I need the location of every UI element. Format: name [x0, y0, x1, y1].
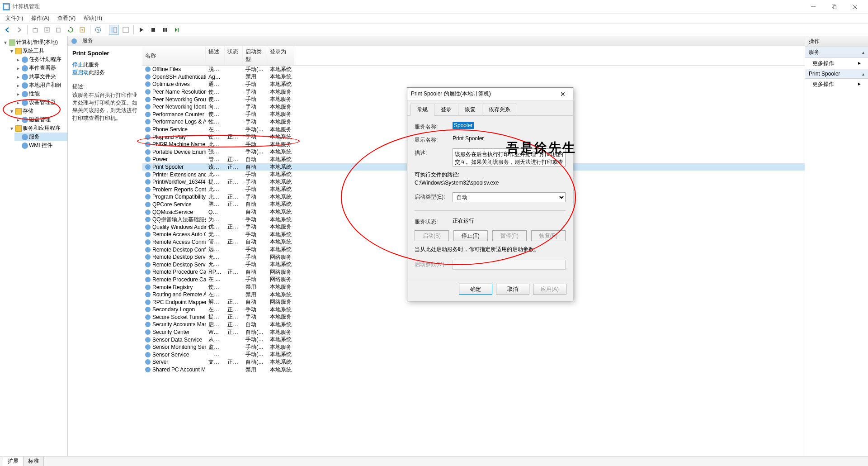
service-row[interactable]: Shared PC Account Mana…禁用本地系统	[142, 366, 805, 374]
ok-button[interactable]: 确定	[459, 284, 492, 295]
list-header[interactable]: 名称 描述 状态 启动类型 登录为	[142, 46, 805, 66]
gear-icon	[145, 67, 151, 72]
view-detail-icon[interactable]	[109, 25, 119, 35]
resume-button: 恢复(R)	[531, 230, 566, 241]
tree-item[interactable]: ▸磁盘管理	[14, 115, 67, 124]
gear-icon	[145, 179, 151, 185]
tree-item[interactable]: ▸设备管理器	[14, 98, 67, 107]
center-title: 服务	[80, 37, 93, 45]
stop-service-icon[interactable]	[148, 25, 158, 35]
gear-icon	[145, 367, 151, 372]
dialog-titlebar[interactable]: Print Spooler 的属性(本地计算机) ✕	[407, 88, 573, 100]
service-row[interactable]: Secondary Logon在不…正在…手动本地系统	[142, 306, 805, 314]
col-logon[interactable]: 登录为	[267, 46, 294, 65]
tree-root[interactable]: ▾计算机管理(本地)	[2, 38, 67, 47]
minimize-button[interactable]	[803, 0, 824, 14]
description-box[interactable]: 该服务在后台执行打印作业并处理与打印机的交互。如果关闭该服务，则无法进行打印或查…	[453, 148, 566, 166]
gear-icon	[145, 269, 151, 275]
col-start[interactable]: 启动类型	[243, 46, 267, 65]
pause-service-icon[interactable]	[160, 25, 170, 35]
service-name-value[interactable]: Spooler	[453, 122, 474, 129]
actions-section-services[interactable]: 服务▴	[805, 47, 868, 58]
tree-item[interactable]: ▸任务计划程序	[14, 55, 67, 64]
help-icon[interactable]: ?	[93, 25, 103, 35]
service-row[interactable]: OpenSSH Authentication …Age…禁用本地系统	[142, 73, 805, 81]
start-service-icon[interactable]	[137, 25, 146, 35]
tree-item[interactable]: 服务	[14, 133, 67, 141]
dialog-title: Print Spooler 的属性(本地计算机)	[411, 90, 491, 98]
svg-text:?: ?	[97, 28, 99, 33]
dialog-close-icon[interactable]: ✕	[557, 90, 569, 98]
stop-link[interactable]: 停止	[72, 62, 83, 68]
service-row[interactable]: Sensor Monitoring Service监视…手动(触发…本地服务	[142, 343, 805, 351]
back-icon[interactable]	[3, 25, 13, 35]
navigation-tree[interactable]: ▾计算机管理(本地) ▾系统工具 ▸任务计划程序▸事件查看器▸共享文件夹▸本地用…	[0, 36, 68, 456]
actions-more-2[interactable]: 更多操作 ▸	[805, 79, 868, 90]
tab-logon[interactable]: 登录	[434, 104, 458, 116]
export-list-icon[interactable]	[77, 25, 87, 35]
cancel-button[interactable]: 取消	[496, 284, 529, 295]
export-icon[interactable]	[54, 25, 64, 35]
gear-icon	[145, 344, 151, 350]
gear-icon	[145, 247, 151, 252]
tab-recovery[interactable]: 恢复	[458, 104, 482, 116]
tree-item[interactable]: WMI 控件	[14, 141, 67, 150]
service-row[interactable]: Security CenterWSC…正在…自动(延迟…本地服务	[142, 328, 805, 336]
gear-icon	[145, 209, 151, 215]
col-name[interactable]: 名称	[142, 46, 206, 65]
actions-more-1[interactable]: 更多操作 ▸	[805, 58, 868, 69]
service-row[interactable]: Server支持…正在…自动(触发…本地系统	[142, 358, 805, 366]
tree-item[interactable]: ▸本地用户和组	[14, 81, 67, 90]
view-list-icon[interactable]	[121, 25, 131, 35]
stop-button[interactable]: 停止(T)	[453, 230, 488, 241]
gear-icon	[145, 239, 151, 245]
service-row[interactable]: Sensor Service一项…手动(触发…本地系统	[142, 351, 805, 359]
toolbar: ?	[0, 24, 868, 36]
up-icon[interactable]	[30, 25, 40, 35]
forward-icon[interactable]	[14, 25, 24, 35]
gear-icon	[145, 142, 151, 147]
svg-point-22	[71, 38, 77, 44]
svg-rect-17	[123, 27, 128, 33]
service-row[interactable]: Security Accounts Manag…启动…正在…自动本地系统	[142, 321, 805, 328]
tab-extended[interactable]: 扩展	[3, 456, 24, 466]
restart-service-icon[interactable]	[172, 25, 182, 35]
refresh-icon[interactable]	[66, 25, 75, 35]
tab-general[interactable]: 常规	[410, 104, 434, 116]
gear-icon	[145, 81, 151, 87]
gear-icon	[145, 112, 151, 117]
tree-item[interactable]: ▸性能	[14, 90, 67, 98]
menu-action[interactable]: 操作(A)	[28, 14, 53, 23]
tree-item[interactable]: ▸事件查看器	[14, 64, 67, 72]
gear-icon	[145, 262, 151, 267]
menu-view[interactable]: 查看(V)	[54, 14, 79, 23]
start-button: 启动(S)	[415, 230, 449, 241]
gear-icon	[145, 359, 151, 365]
tree-services-apps[interactable]: ▾服务和应用程序	[8, 124, 67, 133]
tree-system-tools[interactable]: ▾系统工具	[8, 47, 67, 55]
startup-type-select[interactable]: 自动	[453, 192, 566, 202]
tab-standard[interactable]: 标准	[23, 456, 44, 466]
pause-button: 暂停(P)	[492, 230, 527, 241]
gear-icon	[145, 285, 151, 290]
menu-help[interactable]: 帮助(H)	[80, 14, 106, 23]
col-status[interactable]: 状态	[225, 46, 243, 65]
col-desc[interactable]: 描述	[206, 46, 225, 65]
tree-item[interactable]: ▸共享文件夹	[14, 72, 67, 81]
restart-link[interactable]: 重启动	[72, 69, 89, 76]
service-row[interactable]: Sensor Data Service从各…手动(触发…本地系统	[142, 336, 805, 343]
actions-section-printspooler[interactable]: Print Spooler▴	[805, 69, 868, 79]
maximize-button[interactable]	[824, 0, 844, 14]
gear-icon	[145, 104, 151, 109]
properties-icon[interactable]	[42, 25, 52, 35]
svg-rect-8	[45, 28, 49, 32]
tab-dependencies[interactable]: 依存关系	[482, 104, 517, 116]
service-row[interactable]: Offline Files脱机…手动(触发…本地系统	[142, 66, 805, 73]
menu-file[interactable]: 文件(F)	[2, 14, 27, 23]
service-row[interactable]: Secure Socket Tunneling …提供…正在…手动本地服务	[142, 314, 805, 321]
tree-storage[interactable]: ▾存储	[8, 107, 67, 115]
close-button[interactable]	[844, 0, 865, 14]
gear-icon	[145, 307, 151, 312]
gear-icon	[145, 300, 151, 305]
service-detail-panel: Print Spooler 停止此服务 重启动此服务 描述: 该服务在后台执行打…	[68, 46, 142, 456]
